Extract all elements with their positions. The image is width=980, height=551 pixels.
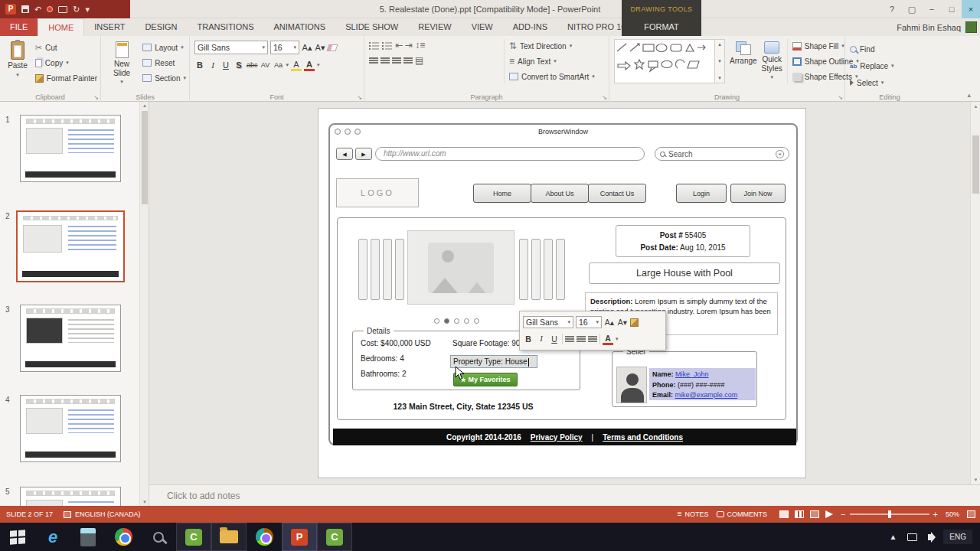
slide-4-thumbnail[interactable] — [20, 395, 121, 462]
increase-indent-icon[interactable]: ⇥ — [405, 41, 413, 50]
new-slide-button[interactable]: New Slide ▾ — [106, 39, 138, 90]
tab-design[interactable]: DESIGN — [135, 18, 187, 36]
font-size-combo[interactable]: 16▾ — [270, 41, 299, 54]
copy-button[interactable]: Copy▾ — [35, 56, 97, 70]
justify-icon[interactable] — [403, 57, 413, 59]
carousel-dot[interactable] — [454, 318, 459, 324]
layout-button[interactable]: Layout▾ — [142, 41, 186, 54]
select-button[interactable]: Select▾ — [850, 76, 931, 90]
tab-file[interactable]: FILE — [0, 18, 38, 36]
mini-italic-button[interactable]: I — [536, 333, 547, 345]
property-image-placeholder[interactable] — [407, 230, 514, 305]
powerpoint-button[interactable]: P — [282, 523, 317, 551]
language-tray-button[interactable]: ENG — [943, 530, 972, 544]
volume-icon[interactable] — [928, 534, 933, 540]
cut-button[interactable]: ✂Cut — [35, 41, 97, 54]
shape-gallery-up-icon[interactable]: ▴ — [718, 41, 721, 47]
align-center-icon[interactable] — [381, 57, 390, 59]
tab-add-ins[interactable]: ADD-INS — [503, 18, 557, 36]
editor-scroll-down-icon[interactable]: ▼ — [971, 478, 980, 482]
clear-formatting-icon[interactable] — [327, 44, 338, 51]
slide-canvas[interactable]: BrowserWindow ◀ ▶ http://www.url.com Sea… — [318, 108, 806, 478]
internet-explorer-button[interactable]: e — [35, 523, 70, 551]
align-right-icon[interactable] — [392, 57, 401, 59]
reading-view-button[interactable] — [810, 510, 819, 518]
paste-button[interactable]: Paste ▾ — [5, 39, 31, 90]
nav-about-button[interactable]: About Us — [531, 184, 589, 203]
grow-font-button[interactable]: A▴ — [302, 41, 312, 54]
terms-link[interactable]: Terms and Conditions — [603, 433, 683, 442]
login-button[interactable]: Login — [676, 184, 727, 203]
zoom-percentage[interactable]: 50% — [946, 510, 959, 518]
tab-animations[interactable]: ANIMATIONS — [264, 18, 336, 36]
shrink-font-button[interactable]: A▾ — [315, 41, 325, 54]
collapse-ribbon-icon[interactable]: ▴ — [967, 91, 971, 99]
language-indicator[interactable]: ENGLISH (CANADA) — [75, 510, 141, 518]
mini-bold-button[interactable]: B — [523, 333, 534, 345]
notes-toggle[interactable]: ≡NOTES — [678, 510, 709, 518]
font-name-combo[interactable]: Gill Sans▾ — [194, 41, 268, 54]
font-dialog-launcher[interactable]: ↘ — [357, 94, 362, 101]
carousel-dot[interactable] — [464, 318, 469, 324]
notes-placeholder[interactable]: Click to add notes — [167, 491, 240, 501]
align-text-button[interactable]: ≡Align Text▾ — [509, 54, 595, 68]
browser-2-button[interactable] — [247, 523, 282, 551]
slide-2-thumbnail-selected[interactable] — [16, 210, 125, 282]
search-field[interactable]: Search × — [655, 147, 789, 161]
notes-pane[interactable]: Click to add notes — [149, 484, 980, 506]
thumbnail-scrollbar[interactable]: ▲ ▼ — [139, 102, 149, 506]
tab-format[interactable]: FORMAT — [622, 18, 701, 36]
zoom-slider-thumb[interactable] — [888, 510, 891, 518]
calculator-button[interactable] — [70, 523, 106, 551]
zoom-out-button[interactable]: − — [841, 510, 845, 519]
highlight-color-button[interactable]: A — [291, 60, 302, 71]
join-now-button[interactable]: Join Now — [730, 184, 786, 203]
mini-align-center-icon[interactable] — [577, 336, 586, 337]
file-explorer-button[interactable] — [211, 523, 247, 551]
mini-shrink-font-button[interactable]: A▾ — [617, 316, 628, 328]
start-button[interactable] — [0, 523, 35, 551]
forward-button[interactable]: ▶ — [355, 148, 372, 160]
network-icon[interactable] — [907, 533, 917, 541]
mini-font-size-combo[interactable]: 16▾ — [576, 316, 602, 328]
seller-name-link[interactable]: Mike_John — [675, 370, 709, 378]
align-left-icon[interactable] — [369, 57, 378, 59]
back-button[interactable]: ◀ — [336, 148, 353, 160]
fit-slide-to-window-button[interactable] — [967, 510, 975, 518]
slideshow-view-button[interactable] — [825, 510, 833, 518]
tray-expand-icon[interactable]: ▲ — [889, 533, 897, 541]
nav-home-button[interactable]: Home — [473, 184, 531, 203]
shape-gallery-down-icon[interactable]: ▾ — [718, 58, 721, 64]
quick-styles-button[interactable]: Quick Styles ▾ — [762, 39, 782, 90]
clipboard-dialog-launcher[interactable]: ↘ — [93, 94, 99, 101]
nav-contact-button[interactable]: Contact Us — [588, 184, 646, 203]
slide-5-thumbnail[interactable] — [20, 487, 121, 506]
section-button[interactable]: Section▾ — [142, 71, 186, 85]
text-direction-button[interactable]: ⇅Text Direction▾ — [509, 39, 595, 53]
browser-window-mockup[interactable]: BrowserWindow ◀ ▶ http://www.url.com Sea… — [328, 123, 798, 445]
character-spacing-button[interactable]: AV — [260, 59, 271, 71]
slide-sorter-view-button[interactable] — [795, 510, 804, 518]
account-chip[interactable]: Fahmi Bin Eshaq — [897, 18, 977, 36]
restore-button[interactable]: □ — [942, 0, 962, 18]
mini-font-name-combo[interactable]: Gill Sans▾ — [523, 316, 573, 328]
carousel-dots[interactable] — [434, 318, 479, 324]
comments-toggle[interactable]: COMMENTS — [717, 510, 768, 518]
text-shadow-button[interactable]: S — [234, 59, 244, 71]
slide-counter[interactable]: SLIDE 2 OF 17 — [6, 510, 53, 518]
thumbnail-scrollbar-thumb[interactable] — [142, 111, 148, 204]
shape-gallery-scrollbar[interactable]: ▴ ▾ ▾ — [715, 39, 725, 83]
search-tool-button[interactable] — [141, 523, 176, 551]
minimize-button[interactable]: − — [922, 0, 942, 18]
zoom-slider[interactable] — [850, 514, 929, 515]
slide-1-thumbnail[interactable] — [20, 115, 121, 182]
normal-view-button[interactable] — [779, 510, 789, 518]
url-field[interactable]: http://www.url.com — [375, 147, 645, 161]
bold-button[interactable]: B — [194, 59, 205, 71]
zoom-in-button[interactable]: + — [933, 510, 938, 519]
mini-font-color-button[interactable]: A — [603, 334, 613, 345]
columns-icon[interactable]: ▤ — [415, 56, 423, 65]
reset-button[interactable]: Reset — [142, 56, 186, 70]
seller-info-selected[interactable]: Name: Mike_John Phone: (###) ###-#### Em… — [649, 368, 756, 400]
tab-transitions[interactable]: TRANSITIONS — [188, 18, 264, 36]
